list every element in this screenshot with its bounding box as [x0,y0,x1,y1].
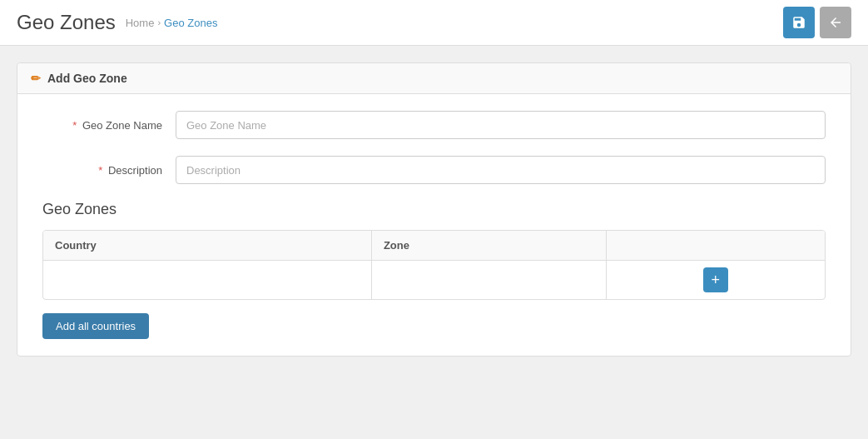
geo-zones-section-title: Geo Zones [42,201,826,218]
plus-icon: + [712,272,721,287]
column-header-action [606,231,825,261]
table-cell-country [43,261,371,300]
column-header-zone: Zone [371,231,606,261]
description-group: * Description [42,156,826,184]
page-title: Geo Zones [17,11,116,34]
card-header-label: Add Geo Zone [47,72,127,85]
main-card: ✏ Add Geo Zone * Geo Zone Name * Descrip… [17,62,851,357]
breadcrumb-home[interactable]: Home [126,17,155,29]
table-cell-zone [371,261,606,300]
breadcrumb-separator: › [157,17,161,27]
save-button[interactable] [783,7,815,38]
header-actions [783,7,851,38]
main-content: ✏ Add Geo Zone * Geo Zone Name * Descrip… [0,46,868,373]
geo-zones-table-container: Country Zone + [42,230,826,300]
breadcrumb: Home › Geo Zones [126,17,218,29]
card-header: ✏ Add Geo Zone [17,63,851,94]
geo-zone-name-input[interactable] [176,111,826,139]
card-body: * Geo Zone Name * Description Geo Zones [17,94,851,356]
required-marker: * [72,119,77,132]
breadcrumb-current[interactable]: Geo Zones [164,17,217,29]
add-all-countries-button[interactable]: Add all countries [42,313,149,339]
geo-zones-table: Country Zone + [43,231,825,299]
pencil-icon: ✏ [31,72,41,85]
table-row: + [43,261,825,300]
table-header-row: Country Zone [43,231,825,261]
add-row-button[interactable]: + [703,267,728,292]
required-marker-desc: * [98,164,102,177]
description-input[interactable] [176,156,826,184]
back-icon [828,15,843,30]
geo-zone-name-group: * Geo Zone Name [42,111,826,139]
save-icon [791,15,806,30]
header-left: Geo Zones Home › Geo Zones [17,11,217,34]
table-cell-action: + [606,261,825,300]
header: Geo Zones Home › Geo Zones [0,0,868,46]
column-header-country: Country [43,231,371,261]
description-label: * Description [42,164,176,177]
back-button[interactable] [820,7,851,38]
geo-zone-name-label: * Geo Zone Name [42,119,176,132]
